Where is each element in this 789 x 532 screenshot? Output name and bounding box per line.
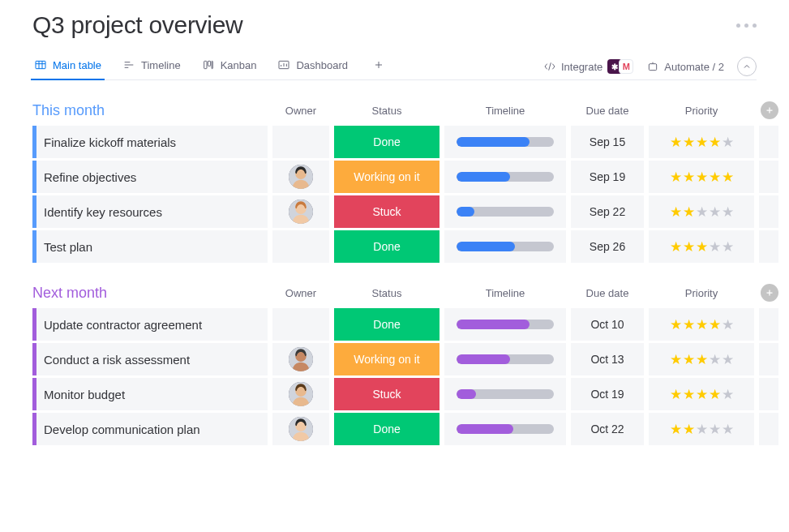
- view-tab-timeline[interactable]: Timeline: [121, 54, 182, 79]
- status-cell[interactable]: Done: [334, 308, 440, 341]
- due-date-cell[interactable]: Sep 22: [571, 195, 644, 228]
- due-date-cell[interactable]: Oct 19: [571, 378, 644, 410]
- task-name-cell[interactable]: Test plan: [32, 230, 268, 263]
- row-trailing-cell: [759, 126, 778, 158]
- plus-icon: [765, 105, 774, 115]
- timeline-cell[interactable]: [444, 378, 566, 410]
- task-name-cell[interactable]: Finalize kickoff materials: [32, 126, 268, 158]
- status-cell[interactable]: Working on it: [334, 343, 440, 375]
- timeline-cell[interactable]: [444, 126, 566, 158]
- priority-cell[interactable]: ★★★★★: [649, 230, 754, 263]
- add-column-button[interactable]: [761, 101, 778, 119]
- status-cell[interactable]: Stuck: [334, 378, 440, 410]
- star-icon: ★: [696, 135, 708, 149]
- plus-icon: [372, 58, 385, 71]
- timeline-cell[interactable]: [444, 413, 566, 445]
- page-title: Q3 project overview: [32, 11, 242, 39]
- star-icon: ★: [670, 170, 682, 184]
- star-icon: ★: [722, 135, 734, 149]
- owner-cell[interactable]: [272, 195, 329, 228]
- due-date-cell[interactable]: Oct 13: [571, 343, 644, 375]
- col-header-status[interactable]: Status: [334, 105, 440, 117]
- row-trailing-cell: [759, 195, 778, 228]
- col-header-priority[interactable]: Priority: [649, 105, 754, 117]
- star-icon: ★: [670, 353, 682, 367]
- status-cell[interactable]: Done: [334, 413, 440, 445]
- col-header-timeline[interactable]: Timeline: [444, 105, 566, 117]
- owner-cell[interactable]: [272, 378, 329, 410]
- table-row: Test plan Done Sep 26 ★★★★★: [32, 230, 757, 263]
- owner-cell[interactable]: [272, 230, 329, 263]
- due-date-cell[interactable]: Oct 22: [571, 413, 644, 445]
- more-options-icon[interactable]: [736, 24, 757, 28]
- star-icon: ★: [670, 388, 682, 401]
- due-date-cell[interactable]: Oct 10: [571, 308, 644, 341]
- integrate-button[interactable]: Integrate ✱ M: [543, 59, 633, 74]
- status-cell[interactable]: Stuck: [334, 195, 440, 228]
- col-header-status[interactable]: Status: [334, 287, 440, 299]
- priority-cell[interactable]: ★★★★★: [649, 308, 754, 341]
- row-trailing-cell: [759, 378, 778, 410]
- due-date-cell[interactable]: Sep 19: [571, 161, 644, 193]
- plus-icon: [765, 288, 774, 298]
- col-header-due[interactable]: Due date: [571, 287, 644, 299]
- tab-label: Kanban: [221, 59, 257, 71]
- group-title[interactable]: This month: [32, 102, 268, 119]
- priority-cell[interactable]: ★★★★★: [649, 126, 754, 158]
- row-trailing-cell: [759, 343, 778, 375]
- group-title[interactable]: Next month: [32, 285, 268, 302]
- timeline-cell[interactable]: [444, 308, 566, 341]
- owner-cell[interactable]: [272, 308, 329, 341]
- view-tab-main-table[interactable]: Main table: [32, 54, 103, 79]
- col-header-owner[interactable]: Owner: [272, 105, 329, 117]
- timeline-cell[interactable]: [444, 195, 566, 228]
- status-cell[interactable]: Done: [334, 126, 440, 158]
- star-icon: ★: [696, 423, 708, 436]
- owner-cell[interactable]: [272, 343, 329, 375]
- view-tab-dashboard[interactable]: Dashboard: [276, 54, 349, 79]
- star-icon: ★: [670, 423, 682, 436]
- priority-cell[interactable]: ★★★★★: [649, 161, 754, 193]
- star-icon: ★: [683, 135, 695, 149]
- task-name-cell[interactable]: Conduct a risk assessment: [32, 343, 268, 375]
- task-name-cell[interactable]: Refine objectives: [32, 161, 268, 193]
- timeline-cell[interactable]: [444, 230, 566, 263]
- task-name-cell[interactable]: Monitor budget: [32, 378, 268, 410]
- col-header-due[interactable]: Due date: [571, 105, 644, 117]
- owner-cell[interactable]: [272, 161, 329, 193]
- priority-cell[interactable]: ★★★★★: [649, 378, 754, 410]
- priority-cell[interactable]: ★★★★★: [649, 413, 754, 445]
- view-tab-kanban[interactable]: Kanban: [200, 54, 259, 79]
- add-column-button[interactable]: [761, 284, 778, 302]
- add-view-button[interactable]: [367, 54, 390, 79]
- timeline-cell[interactable]: [444, 343, 566, 375]
- task-name-cell[interactable]: Identify key resources: [32, 195, 268, 228]
- due-date-cell[interactable]: Sep 26: [571, 230, 644, 263]
- tab-label: Dashboard: [296, 59, 348, 71]
- star-icon: ★: [696, 240, 708, 254]
- tab-label: Main table: [53, 59, 101, 71]
- due-date-cell[interactable]: Sep 15: [571, 126, 644, 158]
- chevron-up-icon: [742, 62, 752, 71]
- task-name-cell[interactable]: Develop communication plan: [32, 413, 268, 445]
- collapse-header-button[interactable]: [737, 57, 757, 76]
- timeline-cell[interactable]: [444, 161, 566, 193]
- task-name-cell[interactable]: Update contractor agreement: [32, 308, 268, 341]
- col-header-timeline[interactable]: Timeline: [444, 287, 566, 299]
- priority-cell[interactable]: ★★★★★: [649, 195, 754, 228]
- star-icon: ★: [670, 205, 682, 219]
- col-header-owner[interactable]: Owner: [272, 287, 329, 299]
- integrate-icon: [543, 60, 556, 73]
- owner-cell[interactable]: [272, 413, 329, 445]
- status-cell[interactable]: Working on it: [334, 161, 440, 193]
- owner-cell[interactable]: [272, 126, 329, 158]
- avatar: [289, 200, 313, 224]
- star-icon: ★: [709, 423, 721, 436]
- status-cell[interactable]: Done: [334, 230, 440, 263]
- star-icon: ★: [722, 353, 734, 367]
- col-header-priority[interactable]: Priority: [649, 287, 754, 299]
- star-icon: ★: [683, 170, 695, 184]
- priority-cell[interactable]: ★★★★★: [649, 343, 754, 375]
- star-icon: ★: [722, 318, 734, 332]
- automate-button[interactable]: Automate / 2: [646, 60, 724, 73]
